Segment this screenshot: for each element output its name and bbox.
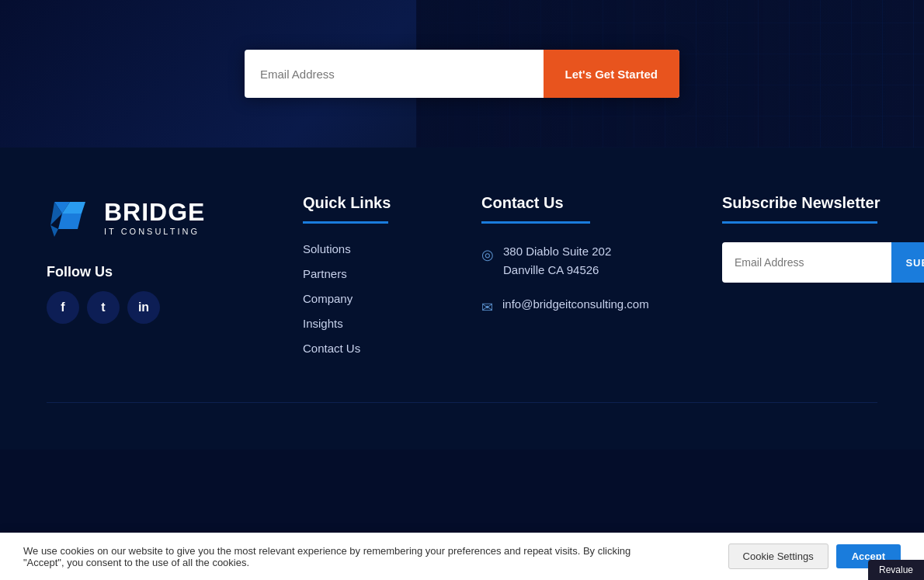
contact-us-link[interactable]: Contact Us [303,342,360,355]
address-line1: 380 Diablo Suite 202 [503,242,611,261]
hero-email-input[interactable] [245,50,544,98]
footer-quick-links-column: Quick Links Solutions Partners Company I… [303,194,458,356]
social-icons: f t in [47,291,280,324]
solutions-link[interactable]: Solutions [303,242,351,255]
quick-links-heading: Quick Links [303,194,458,212]
hero-cta-button[interactable]: Let's Get Started [544,50,679,98]
quick-links-list: Solutions Partners Company Insights Cont… [303,242,458,356]
cookie-text: We use cookies on our website to give yo… [23,545,660,568]
logo-container: BRIDGE IT CONSULTING [47,194,280,241]
list-item: Company [303,292,458,306]
contact-us-heading: Contact Us [481,194,699,212]
footer-bottom [47,402,877,419]
footer-contact-column: Contact Us ◎ 380 Diablo Suite 202 Danvil… [481,194,699,356]
cookie-bar: We use cookies on our website to give yo… [0,533,924,580]
contact-underline [481,221,590,224]
logo-sub-text: IT CONSULTING [104,227,205,236]
contact-email: ✉ info@bridgeitconsulting.com [481,295,699,319]
twitter-button[interactable]: t [87,291,120,324]
email-icon: ✉ [481,297,493,319]
follow-us-label: Follow Us [47,264,280,280]
footer-grid: BRIDGE IT CONSULTING Follow Us f t in Qu… [47,194,877,356]
list-item: Insights [303,317,458,331]
list-item: Partners [303,267,458,281]
linkedin-button[interactable]: in [127,291,160,324]
logo-text: BRIDGE IT CONSULTING [104,200,205,236]
location-icon: ◎ [481,244,494,266]
subscribe-underline [722,221,877,224]
subscribe-button[interactable]: SUBSCRIBE [891,242,924,283]
logo-brand-name: BRIDGE [104,200,205,224]
svg-marker-4 [50,225,58,237]
footer: BRIDGE IT CONSULTING Follow Us f t in Qu… [0,148,924,450]
revali-badge: Revalue [868,560,924,580]
brand-logo-icon [47,194,93,241]
footer-subscribe-column: Subscribe Newsletter SUBSCRIBE [722,194,924,356]
svg-marker-3 [58,214,82,229]
subscribe-email-input[interactable] [722,242,891,283]
hero-email-bar: Let's Get Started [245,50,679,98]
address-line2: Danville CA 94526 [503,261,611,280]
insights-link[interactable]: Insights [303,317,343,330]
partners-link[interactable]: Partners [303,267,347,280]
quick-links-underline [303,221,388,224]
cookie-settings-button[interactable]: Cookie Settings [728,544,828,569]
footer-logo-column: BRIDGE IT CONSULTING Follow Us f t in [47,194,280,356]
company-link[interactable]: Company [303,292,353,305]
subscribe-form: SUBSCRIBE [722,242,924,283]
contact-address: ◎ 380 Diablo Suite 202 Danville CA 94526 [481,242,699,280]
hero-section: Let's Get Started [0,0,924,148]
list-item: Contact Us [303,342,458,356]
list-item: Solutions [303,242,458,256]
subscribe-heading: Subscribe Newsletter [722,194,924,212]
email-address[interactable]: info@bridgeitconsulting.com [502,295,649,314]
facebook-button[interactable]: f [47,291,79,324]
